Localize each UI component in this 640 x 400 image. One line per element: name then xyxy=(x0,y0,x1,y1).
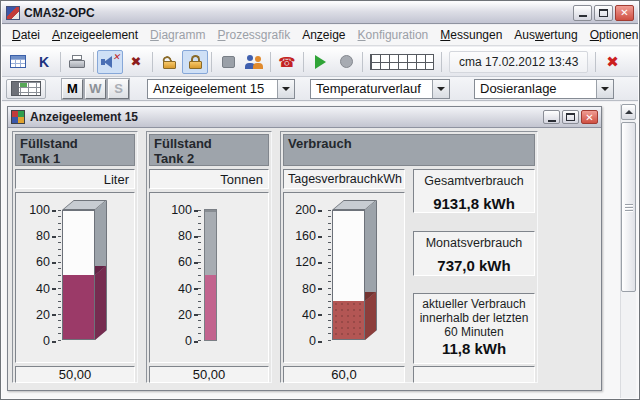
play-icon xyxy=(315,55,326,69)
tagesverbrauch-gauge: 20016012080400 xyxy=(283,192,405,363)
mode-m-button[interactable]: M xyxy=(62,79,83,99)
tank1-gauge: 100806040200 xyxy=(15,192,135,363)
exit-button[interactable]: ✖ xyxy=(599,50,625,74)
menu-item-konfiguration[interactable]: Konfiguration xyxy=(352,25,435,45)
grid-table-button[interactable] xyxy=(366,50,438,74)
tank1-minor-ticks xyxy=(58,210,61,341)
k-icon: K xyxy=(39,54,49,70)
plant-value: Dosieranlage xyxy=(475,81,596,96)
users-button[interactable] xyxy=(241,50,267,74)
chevron-down-icon[interactable] xyxy=(277,80,294,98)
toolbar-separator xyxy=(270,52,271,72)
main-window: CMA32-OPC ✕ DateiAnzeigeelementDiagrammP… xyxy=(0,0,640,400)
tick-label: 80 xyxy=(178,229,198,243)
bar-front-face xyxy=(62,210,95,340)
print-button[interactable] xyxy=(64,50,90,74)
vertical-scrollbar[interactable] xyxy=(620,104,636,398)
menu-item-prozessgrafik[interactable]: Prozessgrafik xyxy=(211,25,296,45)
maximize-button[interactable] xyxy=(594,5,613,21)
tank2-unit: Tonnen xyxy=(149,169,269,189)
inner-minimize-button[interactable] xyxy=(543,110,560,124)
display-element-select[interactable]: Anzeigeelement 15 xyxy=(147,79,295,99)
gesamtverbrauch-label: Gesamtverbrauch xyxy=(414,174,534,189)
users-icon xyxy=(245,55,263,69)
start-button[interactable] xyxy=(307,50,333,74)
inner-titlebar: Anzeigeelement 15 ✕ xyxy=(8,107,601,128)
tick-label: 200 xyxy=(295,203,322,217)
lock-button[interactable] xyxy=(182,50,208,74)
tank1-scale: 100806040200 xyxy=(20,203,56,348)
user-datetime-display[interactable]: cma 17.02.2012 13:43 xyxy=(449,51,588,73)
tick-label: 60 xyxy=(178,255,198,269)
stop-button[interactable] xyxy=(333,50,359,74)
mode-s-button[interactable]: S xyxy=(108,79,129,99)
scroll-up-button[interactable] xyxy=(621,104,636,120)
main-titlebar: CMA32-OPC ✕ xyxy=(2,2,638,24)
toolbar-separator xyxy=(93,52,94,72)
toolbar-separator xyxy=(211,52,212,72)
menu-item-auswertung[interactable]: Auswertung xyxy=(508,25,583,45)
alarm-off-button[interactable]: ✖ xyxy=(123,50,149,74)
k-button[interactable]: K xyxy=(31,50,57,74)
chevron-down-icon[interactable] xyxy=(596,80,613,98)
speaker-muted-icon: ✕ xyxy=(101,55,119,69)
table-icon xyxy=(10,55,26,68)
tick-label: 20 xyxy=(36,308,56,322)
verbrauch-stats-column: Gesamtverbrauch 9131,8 kWh Monatsverbrau… xyxy=(413,132,535,382)
inner-close-button[interactable]: ✕ xyxy=(581,110,598,124)
tick-label: 80 xyxy=(36,229,56,243)
monatsverbrauch-box: Monatsverbrauch 737,0 kWh xyxy=(413,231,535,276)
tick-label: 160 xyxy=(295,229,322,243)
app-icon xyxy=(6,6,20,20)
tank1-unit: Liter xyxy=(15,169,135,189)
toolbar-separator xyxy=(441,52,442,72)
mdi-area: Anzeigeelement 15 ✕ Füllstand Tank 1 Lit… xyxy=(2,102,638,398)
scrollbar-thumb[interactable] xyxy=(621,122,636,292)
minimize-button[interactable] xyxy=(573,5,592,21)
red-x-icon: ✖ xyxy=(606,53,619,71)
menu-item-anzeigeelement[interactable]: Anzeigeelement xyxy=(46,25,144,45)
menu-item-messungen[interactable]: Messungen xyxy=(434,25,508,45)
tank2-gauge: 100806040200 xyxy=(149,192,269,363)
menu-item-datei[interactable]: Datei xyxy=(6,25,46,45)
bar-front-face xyxy=(332,210,365,340)
mute-sound-button[interactable]: ✕ xyxy=(97,50,123,74)
diagram-value: Temperaturverlauf xyxy=(311,81,432,96)
inner-maximize-button[interactable] xyxy=(562,110,579,124)
maximize-icon xyxy=(599,9,608,17)
layout-grid-button[interactable] xyxy=(6,79,46,99)
tagesverbrauch-label-row: Tagesverbrauch kWh xyxy=(283,169,405,189)
diagram-select[interactable]: Temperaturverlauf xyxy=(310,79,450,99)
phone-icon: ☎ xyxy=(278,55,295,69)
tagesverbrauch-unit: kWh xyxy=(377,172,402,186)
grid-icon xyxy=(370,54,434,70)
alarm-off-icon: ✖ xyxy=(131,54,142,69)
toolbar-separator xyxy=(595,52,596,72)
padlock-open-icon xyxy=(163,55,176,69)
tagesverbrauch-minor-ticks xyxy=(328,210,331,341)
table-view-button[interactable] xyxy=(5,50,31,74)
aktueller-verbrauch-box: aktueller Verbrauch innerhalb der letzte… xyxy=(413,293,535,364)
minimize-icon xyxy=(579,15,587,17)
tick-label: 40 xyxy=(36,282,56,296)
close-button[interactable]: ✕ xyxy=(615,5,634,21)
unlock-button[interactable] xyxy=(156,50,182,74)
plant-select[interactable]: Dosieranlage xyxy=(474,79,614,99)
inner-window-title: Anzeigeelement 15 xyxy=(30,110,541,124)
tick-label: 20 xyxy=(178,308,198,322)
menu-item-anzeige[interactable]: Anzeige xyxy=(296,25,351,45)
phone-button[interactable]: ☎ xyxy=(274,50,300,74)
menu-item-optionen[interactable]: Optionen xyxy=(584,25,640,45)
aktueller-verbrauch-label-2: innerhalb der letzten xyxy=(414,311,534,325)
window-title: CMA32-OPC xyxy=(24,6,571,20)
aktueller-verbrauch-value: 11,8 kWh xyxy=(414,340,534,357)
tank1-title-line1: Füllstand xyxy=(20,136,130,151)
tank2-title-line2: Tank 2 xyxy=(154,151,264,166)
minimize-icon xyxy=(548,120,556,122)
square-icon xyxy=(222,56,235,68)
display-button[interactable] xyxy=(215,50,241,74)
tick-label: 0 xyxy=(185,334,198,348)
chevron-down-icon[interactable] xyxy=(432,80,449,98)
mode-w-button[interactable]: W xyxy=(85,79,106,99)
menu-item-diagramm[interactable]: Diagramm xyxy=(144,25,211,45)
